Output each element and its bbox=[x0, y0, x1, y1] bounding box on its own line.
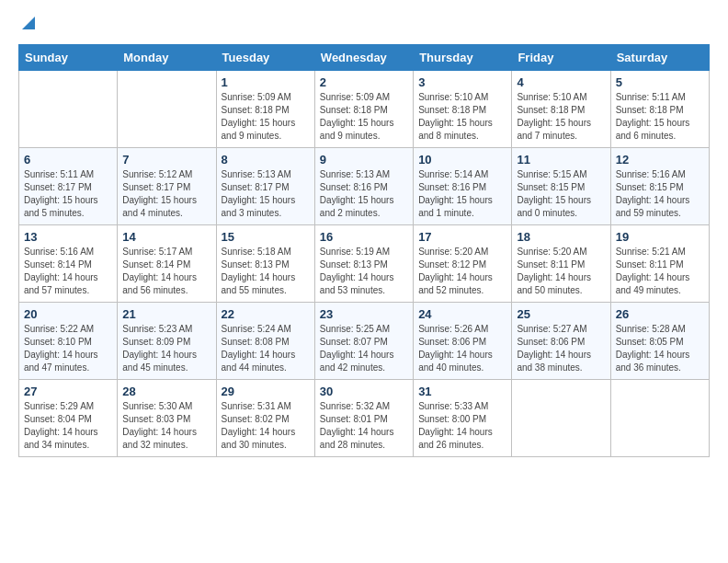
day-info: Sunrise: 5:20 AM Sunset: 8:12 PM Dayligh… bbox=[418, 246, 506, 297]
day-number: 26 bbox=[616, 307, 704, 321]
calendar-cell: 14Sunrise: 5:17 AM Sunset: 8:14 PM Dayli… bbox=[118, 225, 216, 303]
calendar-cell: 8Sunrise: 5:13 AM Sunset: 8:17 PM Daylig… bbox=[216, 148, 314, 225]
calendar-cell bbox=[19, 71, 118, 148]
day-number: 6 bbox=[24, 153, 112, 167]
day-number: 21 bbox=[122, 307, 210, 321]
day-number: 27 bbox=[24, 385, 112, 398]
day-info: Sunrise: 5:13 AM Sunset: 8:17 PM Dayligh… bbox=[222, 168, 310, 220]
calendar-cell bbox=[512, 380, 610, 457]
calendar-cell: 2Sunrise: 5:09 AM Sunset: 8:18 PM Daylig… bbox=[314, 71, 413, 148]
logo bbox=[18, 15, 37, 35]
calendar-cell: 6Sunrise: 5:11 AM Sunset: 8:17 PM Daylig… bbox=[19, 148, 118, 225]
day-number: 30 bbox=[320, 385, 408, 398]
calendar-week-row: 20Sunrise: 5:22 AM Sunset: 8:10 PM Dayli… bbox=[19, 303, 710, 380]
day-number: 28 bbox=[122, 385, 210, 398]
calendar-cell: 20Sunrise: 5:22 AM Sunset: 8:10 PM Dayli… bbox=[19, 303, 118, 380]
calendar-week-row: 27Sunrise: 5:29 AM Sunset: 8:04 PM Dayli… bbox=[19, 380, 710, 457]
day-number: 7 bbox=[122, 153, 210, 167]
calendar-cell: 4Sunrise: 5:10 AM Sunset: 8:18 PM Daylig… bbox=[512, 71, 610, 148]
logo-arrow-icon bbox=[20, 15, 37, 31]
day-info: Sunrise: 5:31 AM Sunset: 8:02 PM Dayligh… bbox=[222, 400, 310, 452]
day-info: Sunrise: 5:15 AM Sunset: 8:15 PM Dayligh… bbox=[517, 168, 605, 220]
calendar-cell: 12Sunrise: 5:16 AM Sunset: 8:15 PM Dayli… bbox=[610, 148, 709, 225]
day-info: Sunrise: 5:23 AM Sunset: 8:09 PM Dayligh… bbox=[122, 323, 210, 374]
day-info: Sunrise: 5:22 AM Sunset: 8:10 PM Dayligh… bbox=[24, 323, 112, 374]
day-of-week-header: Sunday bbox=[19, 45, 118, 71]
day-number: 18 bbox=[517, 230, 605, 244]
day-number: 5 bbox=[616, 75, 704, 89]
calendar-cell bbox=[118, 71, 216, 148]
day-info: Sunrise: 5:16 AM Sunset: 8:14 PM Dayligh… bbox=[24, 246, 112, 297]
day-info: Sunrise: 5:24 AM Sunset: 8:08 PM Dayligh… bbox=[222, 323, 310, 374]
day-info: Sunrise: 5:29 AM Sunset: 8:04 PM Dayligh… bbox=[24, 400, 112, 452]
calendar-cell: 3Sunrise: 5:10 AM Sunset: 8:18 PM Daylig… bbox=[414, 71, 512, 148]
day-number: 2 bbox=[320, 75, 408, 89]
day-number: 3 bbox=[418, 75, 506, 89]
day-number: 9 bbox=[320, 153, 408, 167]
day-number: 22 bbox=[222, 307, 310, 321]
day-info: Sunrise: 5:26 AM Sunset: 8:06 PM Dayligh… bbox=[418, 323, 506, 374]
calendar-cell: 29Sunrise: 5:31 AM Sunset: 8:02 PM Dayli… bbox=[216, 380, 314, 457]
calendar-cell: 17Sunrise: 5:20 AM Sunset: 8:12 PM Dayli… bbox=[414, 225, 512, 303]
calendar-cell: 31Sunrise: 5:33 AM Sunset: 8:00 PM Dayli… bbox=[414, 380, 512, 457]
day-info: Sunrise: 5:12 AM Sunset: 8:17 PM Dayligh… bbox=[122, 168, 210, 220]
day-info: Sunrise: 5:30 AM Sunset: 8:03 PM Dayligh… bbox=[122, 400, 210, 452]
day-info: Sunrise: 5:28 AM Sunset: 8:05 PM Dayligh… bbox=[616, 323, 704, 374]
day-of-week-header: Wednesday bbox=[314, 45, 413, 71]
calendar-cell: 9Sunrise: 5:13 AM Sunset: 8:16 PM Daylig… bbox=[314, 148, 413, 225]
day-info: Sunrise: 5:20 AM Sunset: 8:11 PM Dayligh… bbox=[517, 246, 605, 297]
calendar-cell: 24Sunrise: 5:26 AM Sunset: 8:06 PM Dayli… bbox=[414, 303, 512, 380]
svg-marker-0 bbox=[22, 17, 35, 29]
day-info: Sunrise: 5:10 AM Sunset: 8:18 PM Dayligh… bbox=[418, 91, 506, 143]
day-number: 13 bbox=[24, 230, 112, 244]
day-number: 4 bbox=[517, 75, 605, 89]
day-info: Sunrise: 5:21 AM Sunset: 8:11 PM Dayligh… bbox=[616, 246, 704, 297]
calendar-cell: 11Sunrise: 5:15 AM Sunset: 8:15 PM Dayli… bbox=[512, 148, 610, 225]
day-info: Sunrise: 5:19 AM Sunset: 8:13 PM Dayligh… bbox=[320, 246, 408, 297]
calendar-cell: 18Sunrise: 5:20 AM Sunset: 8:11 PM Dayli… bbox=[512, 225, 610, 303]
day-of-week-header: Friday bbox=[512, 45, 610, 71]
calendar-cell: 22Sunrise: 5:24 AM Sunset: 8:08 PM Dayli… bbox=[216, 303, 314, 380]
calendar-cell: 15Sunrise: 5:18 AM Sunset: 8:13 PM Dayli… bbox=[216, 225, 314, 303]
day-info: Sunrise: 5:09 AM Sunset: 8:18 PM Dayligh… bbox=[222, 91, 310, 143]
day-number: 8 bbox=[222, 153, 310, 167]
calendar-header: SundayMondayTuesdayWednesdayThursdayFrid… bbox=[19, 45, 710, 71]
day-of-week-header: Thursday bbox=[414, 45, 512, 71]
day-number: 16 bbox=[320, 230, 408, 244]
day-of-week-header: Tuesday bbox=[216, 45, 314, 71]
calendar-cell: 25Sunrise: 5:27 AM Sunset: 8:06 PM Dayli… bbox=[512, 303, 610, 380]
day-info: Sunrise: 5:11 AM Sunset: 8:17 PM Dayligh… bbox=[24, 168, 112, 220]
calendar-cell: 26Sunrise: 5:28 AM Sunset: 8:05 PM Dayli… bbox=[610, 303, 709, 380]
calendar-cell: 28Sunrise: 5:30 AM Sunset: 8:03 PM Dayli… bbox=[118, 380, 216, 457]
calendar-cell: 10Sunrise: 5:14 AM Sunset: 8:16 PM Dayli… bbox=[414, 148, 512, 225]
day-info: Sunrise: 5:32 AM Sunset: 8:01 PM Dayligh… bbox=[320, 400, 408, 452]
day-info: Sunrise: 5:25 AM Sunset: 8:07 PM Dayligh… bbox=[320, 323, 408, 374]
calendar-cell: 21Sunrise: 5:23 AM Sunset: 8:09 PM Dayli… bbox=[118, 303, 216, 380]
day-info: Sunrise: 5:11 AM Sunset: 8:18 PM Dayligh… bbox=[616, 91, 704, 143]
day-number: 15 bbox=[222, 230, 310, 244]
calendar-cell: 16Sunrise: 5:19 AM Sunset: 8:13 PM Dayli… bbox=[314, 225, 413, 303]
day-info: Sunrise: 5:27 AM Sunset: 8:06 PM Dayligh… bbox=[517, 323, 605, 374]
day-number: 25 bbox=[517, 307, 605, 321]
day-number: 10 bbox=[418, 153, 506, 167]
day-number: 17 bbox=[418, 230, 506, 244]
day-number: 23 bbox=[320, 307, 408, 321]
day-number: 20 bbox=[24, 307, 112, 321]
calendar-week-row: 13Sunrise: 5:16 AM Sunset: 8:14 PM Dayli… bbox=[19, 225, 710, 303]
calendar-cell: 1Sunrise: 5:09 AM Sunset: 8:18 PM Daylig… bbox=[216, 71, 314, 148]
day-info: Sunrise: 5:33 AM Sunset: 8:00 PM Dayligh… bbox=[418, 400, 506, 452]
day-number: 31 bbox=[418, 385, 506, 398]
day-of-week-header: Saturday bbox=[610, 45, 709, 71]
day-info: Sunrise: 5:14 AM Sunset: 8:16 PM Dayligh… bbox=[418, 168, 506, 220]
day-info: Sunrise: 5:18 AM Sunset: 8:13 PM Dayligh… bbox=[222, 246, 310, 297]
calendar-cell: 13Sunrise: 5:16 AM Sunset: 8:14 PM Dayli… bbox=[19, 225, 118, 303]
day-number: 29 bbox=[222, 385, 310, 398]
calendar-table: SundayMondayTuesdayWednesdayThursdayFrid… bbox=[18, 44, 710, 457]
calendar-cell: 23Sunrise: 5:25 AM Sunset: 8:07 PM Dayli… bbox=[314, 303, 413, 380]
calendar-cell: 27Sunrise: 5:29 AM Sunset: 8:04 PM Dayli… bbox=[19, 380, 118, 457]
day-number: 14 bbox=[122, 230, 210, 244]
day-info: Sunrise: 5:10 AM Sunset: 8:18 PM Dayligh… bbox=[517, 91, 605, 143]
day-number: 1 bbox=[222, 75, 310, 89]
day-number: 24 bbox=[418, 307, 506, 321]
calendar-cell bbox=[610, 380, 709, 457]
